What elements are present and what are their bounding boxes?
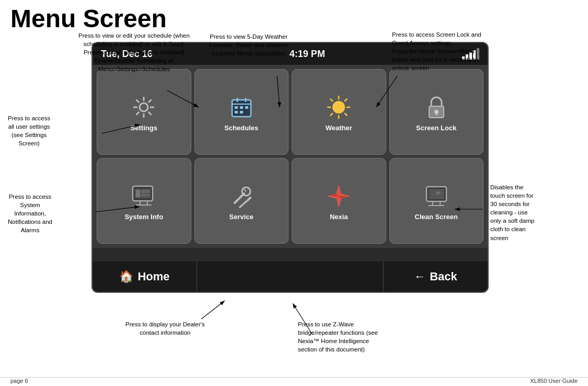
back-label: Back — [430, 270, 457, 283]
svg-line-40 — [248, 198, 250, 200]
grid-item-screen-lock[interactable]: Screen Lock — [389, 69, 484, 155]
back-button[interactable]: ← Back — [383, 262, 488, 292]
home-icon: 🏠 — [119, 270, 133, 283]
svg-line-8 — [136, 111, 140, 115]
svg-rect-13 — [235, 106, 238, 109]
svg-line-24 — [345, 113, 347, 116]
screen-lock-callout: Press to access Screen Lock andGuest Acc… — [392, 30, 481, 72]
system-info-callout: Press to accessSystemInformation,Notific… — [8, 192, 52, 234]
schedules-icon — [228, 94, 255, 121]
svg-rect-34 — [141, 194, 149, 196]
schedules-label: Schedules — [224, 124, 258, 132]
svg-point-0 — [140, 103, 148, 111]
svg-line-23 — [331, 99, 333, 101]
device-screen: Tue, Dec 16 4:19 PM — [91, 42, 489, 293]
svg-line-54 — [201, 301, 225, 319]
weather-callout: Press to view 5-Day WeatherForecast, Rad… — [209, 32, 288, 58]
clean-screen-label: Clean Screen — [415, 213, 458, 221]
svg-line-7 — [148, 99, 152, 103]
settings-label: Settings — [131, 124, 157, 132]
system-info-icon — [130, 183, 157, 210]
svg-rect-14 — [240, 106, 243, 109]
grid-item-service[interactable]: Service — [194, 158, 289, 244]
menu-grid: Settings Schedules — [93, 65, 488, 248]
settings-icon — [130, 94, 157, 121]
svg-point-18 — [332, 101, 345, 113]
service-label: Service — [229, 213, 253, 221]
settings-callout: Press to accessall user settings(see Set… — [8, 114, 50, 147]
svg-rect-32 — [136, 190, 140, 197]
screen-lock-icon — [423, 94, 450, 121]
grid-item-weather[interactable]: Weather — [292, 69, 386, 155]
svg-rect-16 — [235, 111, 238, 113]
bottom-bar: 🏠 Home ← Back — [93, 262, 488, 292]
nexia-callout: Press to use Z-Wavebridge/repeater funct… — [298, 320, 378, 354]
weather-label: Weather — [326, 124, 352, 132]
grid-item-system-info[interactable]: System Info — [97, 158, 191, 244]
nexia-label: Nexia — [330, 213, 348, 221]
grid-item-schedules[interactable]: Schedules — [194, 69, 289, 155]
footer-page: page 6 — [10, 378, 28, 384]
svg-line-6 — [148, 111, 152, 115]
schedule-callout: Press to view or edit your schedule (whe… — [78, 31, 190, 73]
svg-line-25 — [345, 99, 347, 101]
back-arrow-icon: ← — [414, 270, 425, 283]
svg-rect-15 — [245, 106, 248, 109]
clean-screen-callout: Disables thetouch screen for30 seconds f… — [490, 183, 534, 242]
grid-item-clean-screen[interactable]: Clean Screen — [389, 158, 484, 244]
footer-guide: XL850 User Guide — [531, 378, 578, 384]
svg-line-39 — [240, 200, 248, 207]
service-icon — [228, 183, 255, 210]
grid-item-settings[interactable]: Settings — [97, 69, 191, 155]
footer: page 6 XL850 User Guide — [0, 377, 588, 384]
service-callout: Press to display your Dealer'scontact in… — [125, 320, 205, 337]
system-info-label: System Info — [124, 213, 163, 221]
clean-screen-icon — [423, 183, 450, 210]
svg-rect-17 — [240, 111, 243, 113]
svg-line-5 — [136, 99, 140, 103]
home-label: Home — [137, 270, 169, 283]
grid-item-nexia[interactable]: Nexia — [292, 158, 386, 244]
page-title: Menu Screen — [10, 4, 167, 33]
weather-icon — [325, 94, 352, 121]
svg-line-26 — [331, 113, 333, 116]
status-time: 4:19 PM — [290, 49, 325, 60]
svg-rect-33 — [141, 190, 149, 193]
nexia-icon — [325, 183, 352, 210]
screen-lock-label: Screen Lock — [416, 124, 456, 132]
home-button[interactable]: 🏠 Home — [93, 262, 197, 292]
